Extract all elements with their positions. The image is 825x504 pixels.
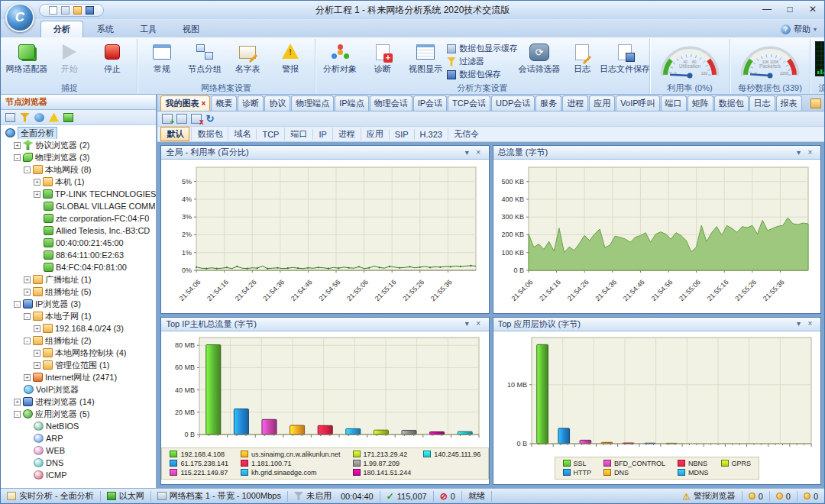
add-node-icon[interactable] [34,113,44,122]
status-segment[interactable]: ⊘0 [434,491,462,502]
tree-item[interactable]: VoIP浏览器 [1,383,156,396]
view-tab-VoIP呼叫[interactable]: VoIP呼叫 [616,95,659,111]
ribbon-tab-tools[interactable]: 工具 [128,21,169,37]
filter-item-IP[interactable]: IP [312,129,332,140]
ribbon-tab-view[interactable]: 视图 [170,21,212,37]
name-table-button[interactable]: 名字表 [226,40,269,75]
filter-item-数据包[interactable]: 数据包 [191,128,228,141]
tree-item-root[interactable]: 全面分析 [1,127,156,139]
tree-item[interactable]: ICMP [1,469,156,481]
general-button[interactable]: 常规 [141,40,183,75]
tree-item[interactable]: +广播地址 (1) [1,273,156,286]
view-tab-服务[interactable]: 服务 [535,95,561,111]
tree-item[interactable]: B4:FC:04:F0:81:00 [1,261,156,273]
view-tab-TCP会话[interactable]: TCP会话 [448,95,490,111]
tree-item[interactable]: +组播地址 (5) [1,286,156,298]
export-icon[interactable] [63,113,73,122]
tree-item[interactable]: +协议浏览器 (2) [1,139,156,151]
view-display-button[interactable]: 视图显示 [404,40,447,75]
collapse-icon[interactable]: - [24,166,31,173]
filter-item-无信令[interactable]: 无信令 [448,128,484,141]
status-segment[interactable]: 实时分析 - 全面分析 [1,491,101,502]
expand-icon[interactable]: + [34,191,40,198]
view-tab-物理会话[interactable]: 物理会话 [370,95,412,111]
expand-icon[interactable]: + [24,276,31,283]
filter-item-应用[interactable]: 应用 [361,128,389,141]
close-chart-icon[interactable]: × [804,318,816,330]
diagnosis-button[interactable]: 诊断 [361,40,404,75]
tree-item[interactable]: Allied Telesis, Inc.-B3:CD [1,225,156,237]
tree-item[interactable]: -IP浏览器 (3) [1,298,156,310]
ribbon-tab-system[interactable]: 系统 [85,21,126,37]
view-tab-诊断[interactable]: 诊断 [238,95,264,111]
view-tab-日志[interactable]: 日志 [749,95,775,111]
view-tab-UDP会话[interactable]: UDP会话 [491,95,535,111]
status-segment[interactable]: 未启用00:04:40 [288,491,380,502]
collapse-chart-icon[interactable]: ▾ [793,147,804,159]
tree-item[interactable]: +本机 (1) [1,176,156,188]
filter-item-进程[interactable]: 进程 [332,128,361,141]
analysis-object-button[interactable]: 分析对象 [319,40,361,75]
open-project-icon[interactable] [73,6,82,15]
tree-item[interactable]: -本地网段 (8) [1,163,156,176]
expand-icon[interactable]: + [34,350,40,357]
view-tab-概要[interactable]: 概要 [211,95,237,111]
tree-item[interactable]: +本地网络控制块 (4) [1,347,156,359]
filter-item-域名[interactable]: 域名 [228,128,256,141]
filter-item-SIP[interactable]: SIP [389,129,414,140]
log-button[interactable]: 日志 [561,40,603,75]
view-tab-进程[interactable]: 进程 [562,95,588,111]
filter-item-H.323[interactable]: H.323 [414,129,448,140]
filter-button[interactable]: 过滤器 [447,56,518,67]
view-tab-数据包[interactable]: 数据包 [714,95,749,111]
filter-item-默认[interactable]: 默认 [160,127,189,141]
view-tab-端口[interactable]: 端口 [661,95,687,111]
tree-item[interactable]: zte corporation-FC:04:F0 [1,212,156,225]
expand-icon[interactable]: + [34,179,40,186]
tree-item[interactable]: +管理位范围 (1) [1,359,156,371]
alarm-icon[interactable] [49,113,59,122]
collapse-icon[interactable]: - [14,301,21,308]
filter-item-TCP[interactable]: TCP [256,129,284,140]
app-logo-icon[interactable]: C [5,3,34,32]
tree-item[interactable]: ARP [1,432,156,444]
view-tab-协议[interactable]: 协议 [264,95,290,111]
view-tab-物理端点[interactable]: 物理端点 [291,95,334,111]
expand-icon[interactable]: + [14,142,21,149]
expand-icon[interactable]: + [34,325,40,332]
tree-item[interactable]: -本地子网 (1) [1,310,156,322]
collapse-icon[interactable]: - [14,411,21,418]
status-segment[interactable]: 以太网 [101,491,151,502]
tree-item[interactable]: +TP-LINK TECHNOLOGIES [1,188,156,200]
close-chart-icon[interactable]: × [473,318,484,330]
refresh-icon[interactable]: ↻ [205,114,214,124]
close-tab-icon[interactable]: × [201,99,205,108]
tree-item[interactable]: -物理浏览器 (3) [1,151,156,163]
collapse-icon[interactable]: - [14,154,21,161]
minimize-button[interactable]: — [755,2,778,18]
paste-icon[interactable] [61,6,70,15]
alarm-browser-button[interactable]: ⚠警报浏览器 [677,491,742,502]
ribbon-tab-analysis[interactable]: 分析 [40,21,83,37]
filter-item-端口[interactable]: 端口 [284,128,312,141]
filter-icon[interactable] [20,113,30,122]
tree-item[interactable]: GLOBAL VILLAGE COMM [1,200,156,212]
tree-item[interactable]: -组播地址 (2) [1,334,156,347]
save-icon[interactable] [86,6,94,15]
expand-icon[interactable]: + [24,374,31,381]
collapse-icon[interactable]: - [24,338,31,344]
log-file-save-button[interactable]: 日志文件保存 [603,40,646,75]
new-project-icon[interactable] [49,6,57,15]
panel-toggle-icon[interactable] [810,99,821,108]
collapse-chart-icon[interactable]: ▾ [461,318,473,330]
help-menu[interactable]: ? 帮助 ▾ [781,24,817,35]
close-button[interactable]: ✕ [801,2,824,18]
start-button[interactable]: 开始 [48,40,91,75]
status-segment[interactable]: ✓115,007 [380,491,434,502]
network-adapter-button[interactable]: 网络适配器 [5,40,48,75]
expand-icon[interactable]: + [14,399,21,405]
tree-item[interactable]: -应用浏览器 (5) [1,408,156,420]
add-chart-icon[interactable] [162,114,173,124]
packet-save-button[interactable]: 数据包保存 [447,69,518,80]
view-tab-报表[interactable]: 报表 [776,95,802,111]
